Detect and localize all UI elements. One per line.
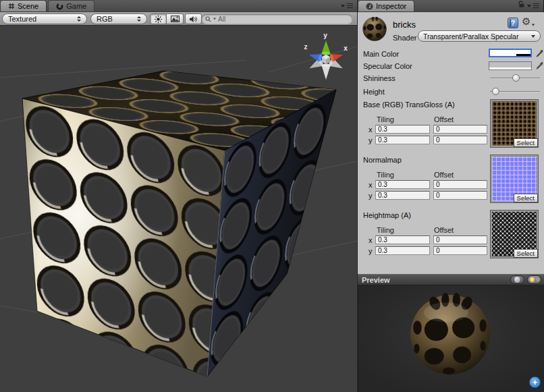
gizmo-y-label: y xyxy=(323,32,327,39)
scene-grid-icon xyxy=(8,3,15,9)
base-texture-label: Base (RGB) TransGloss (A) xyxy=(363,101,455,109)
scene-panel: Scene Game Textured RGB xyxy=(0,0,357,392)
specular-color-eyedropper[interactable] xyxy=(535,61,544,70)
eyedropper-icon xyxy=(535,61,544,70)
shininess-slider-handle[interactable] xyxy=(512,74,520,82)
heightmap-select-button[interactable]: Select xyxy=(514,249,538,258)
preview-sphere xyxy=(408,293,492,376)
updown-arrows-icon xyxy=(77,16,81,22)
tab-inspector[interactable]: i Inspector xyxy=(358,0,414,11)
inspector-panel-menu[interactable] xyxy=(527,3,543,11)
material-preview-thumbnail[interactable] xyxy=(362,16,387,42)
base-texture-thumbnail[interactable]: Select xyxy=(491,100,538,147)
game-icon xyxy=(56,3,63,10)
material-name: bricks xyxy=(393,20,416,30)
main-color-eyedropper[interactable] xyxy=(535,49,544,58)
preview-shape-button[interactable] xyxy=(510,275,524,284)
unity-editor-window: Scene Game Textured RGB xyxy=(0,0,544,392)
material-preview-area[interactable]: + xyxy=(358,285,544,392)
updown-arrows-icon xyxy=(137,16,141,22)
heightmap-tiling-x-input[interactable] xyxy=(375,235,430,244)
gizmo-z-label: z xyxy=(304,43,308,51)
normalmap-tiling-y-input[interactable] xyxy=(375,191,430,200)
tab-scene[interactable]: Scene xyxy=(0,0,47,11)
scene-toolbar: Textured RGB xyxy=(0,12,357,26)
plus-icon: + xyxy=(533,377,538,387)
normalmap-tiling-x-input[interactable] xyxy=(375,180,430,189)
render-mode-dropdown[interactable]: Textured xyxy=(2,13,87,24)
x-axis-label: x xyxy=(369,125,373,134)
base-offset-x-input[interactable] xyxy=(433,125,487,134)
shader-dropdown[interactable]: Transparent/Parallax Specular xyxy=(418,30,541,42)
height-label: Height xyxy=(363,88,385,96)
sphere-icon xyxy=(514,277,520,283)
height-slider-handle[interactable] xyxy=(492,88,499,95)
gear-menu-button[interactable]: ⚙ xyxy=(522,16,535,28)
scene-audio-toggle[interactable] xyxy=(185,13,202,24)
material-sphere-icon xyxy=(362,16,387,42)
tab-game[interactable]: Game xyxy=(48,0,94,11)
base-texture-select-button[interactable]: Select xyxy=(514,138,538,147)
render-mode-value: Textured xyxy=(8,15,73,23)
offset-header: Offset xyxy=(434,115,454,123)
image-icon xyxy=(171,16,180,22)
tiling-header: Tiling xyxy=(377,171,394,179)
normalmap-texture-thumbnail[interactable]: Select xyxy=(491,155,538,202)
lock-open-icon xyxy=(518,0,526,8)
cube-object[interactable] xyxy=(22,71,336,376)
scene-search-field[interactable]: All xyxy=(202,14,352,24)
height-slider[interactable] xyxy=(490,88,540,96)
heightmap-offset-y-input[interactable] xyxy=(433,246,487,255)
scene-panel-menu[interactable] xyxy=(341,3,357,11)
heightmap-offset-x-input[interactable] xyxy=(433,235,487,244)
menu-icon xyxy=(533,3,539,8)
dropdown-arrow-icon xyxy=(527,5,531,7)
preview-title: Preview xyxy=(358,276,510,284)
inspector-info-icon: i xyxy=(366,3,373,10)
tiling-header: Tiling xyxy=(377,226,394,234)
scene-viewport[interactable]: y x z xyxy=(0,26,357,392)
shininess-slider[interactable] xyxy=(490,74,540,82)
normalmap-select-button[interactable]: Select xyxy=(514,194,538,202)
x-axis-label: x xyxy=(369,236,373,244)
menu-icon xyxy=(347,3,353,8)
scene-orientation-gizmo[interactable]: y x z xyxy=(304,32,348,80)
light-on-icon xyxy=(530,277,535,282)
offset-header: Offset xyxy=(434,226,454,234)
base-tiling-x-input[interactable] xyxy=(375,125,430,134)
base-tiling-y-input[interactable] xyxy=(375,136,430,144)
search-value: All xyxy=(218,16,225,23)
help-button[interactable]: ? xyxy=(508,18,518,28)
y-axis-label: y xyxy=(369,247,373,255)
dropdown-arrow-icon xyxy=(341,5,345,7)
light-off-icon xyxy=(536,278,539,281)
inspector-body: bricks Shader Transparent/Parallax Specu… xyxy=(358,12,544,392)
scene-lighting-toggle[interactable] xyxy=(150,13,167,24)
search-filter-arrow-icon xyxy=(213,18,216,20)
eyedropper-icon xyxy=(535,49,544,58)
normalmap-offset-x-input[interactable] xyxy=(433,180,487,189)
heightmap-tiling-y-input[interactable] xyxy=(375,246,430,255)
sun-icon xyxy=(154,15,163,24)
gizmo-x-label: x xyxy=(344,45,348,52)
inspector-lock[interactable] xyxy=(518,0,527,11)
specular-color-alpha-bar xyxy=(489,67,531,69)
specular-color-label: Specular Color xyxy=(363,62,412,70)
speaker-icon xyxy=(189,16,198,23)
search-icon xyxy=(205,16,211,22)
heightmap-texture-thumbnail[interactable]: Select xyxy=(491,211,538,258)
preview-add-button[interactable]: + xyxy=(529,376,541,388)
preview-lighting-button[interactable] xyxy=(527,275,541,284)
gizmo-y-axis[interactable] xyxy=(322,40,331,55)
y-axis-label: y xyxy=(369,192,373,200)
color-mode-dropdown[interactable]: RGB xyxy=(90,13,147,24)
preview-header[interactable]: Preview xyxy=(358,274,544,285)
base-offset-y-input[interactable] xyxy=(433,136,487,144)
main-color-swatch[interactable] xyxy=(489,49,532,57)
main-color-label: Main Color xyxy=(363,50,399,58)
dropdown-arrow-icon xyxy=(531,35,535,38)
specular-color-swatch[interactable] xyxy=(489,61,532,70)
main-color-alpha-bar xyxy=(490,54,531,56)
normalmap-offset-y-input[interactable] xyxy=(433,191,487,200)
scene-skybox-toggle[interactable] xyxy=(167,13,184,24)
